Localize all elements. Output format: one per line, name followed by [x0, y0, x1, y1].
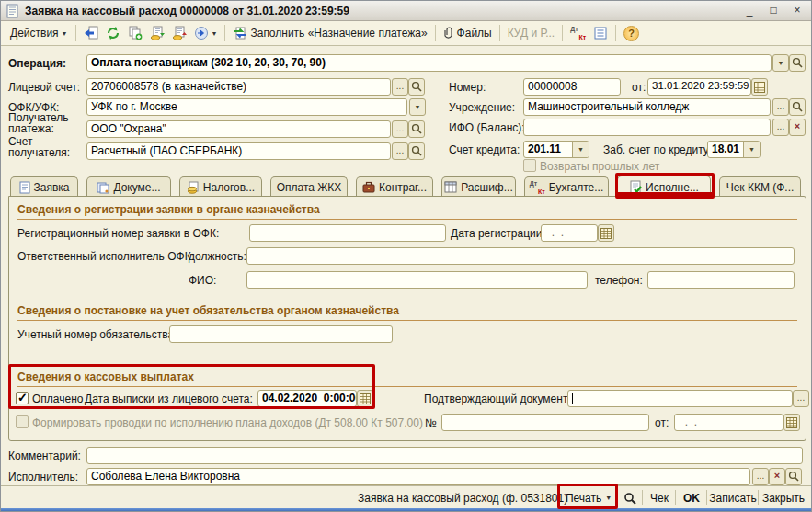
calendar-button[interactable]	[751, 78, 768, 96]
journal-icon	[593, 26, 608, 40]
operation-search-button[interactable]	[789, 54, 806, 72]
footer-separator	[758, 490, 759, 505]
check-button[interactable]: Чек	[646, 489, 673, 506]
number-field[interactable]: 00000008	[523, 78, 621, 96]
executor-field[interactable]: Соболева Елена Викторовна	[86, 468, 750, 485]
tab-kontragent[interactable]: Контраг...	[356, 176, 433, 197]
institution-field[interactable]: Машиностроительный колледж	[523, 98, 771, 116]
toolbar-separator	[499, 25, 500, 41]
ofk-field[interactable]: УФК по г. Москве	[86, 98, 407, 116]
journal-button[interactable]	[589, 24, 612, 42]
payee-label: Получатель платежа:	[8, 112, 84, 134]
ok-button[interactable]: OK	[679, 489, 704, 506]
position-field[interactable]	[246, 247, 795, 265]
search-button[interactable]	[789, 98, 806, 116]
post-document-button[interactable]	[146, 24, 168, 42]
refresh-button[interactable]	[102, 24, 124, 42]
footer-bar: Заявка на кассовый расход (ф. 0531801) П…	[1, 485, 811, 509]
tab-chek-kkm[interactable]: Чек ККМ (Ф...	[719, 176, 801, 197]
tab-oplata-zhkh[interactable]: Оплата ЖКХ	[270, 176, 348, 197]
ellipsis-button[interactable]: ...	[392, 142, 408, 160]
tab-zayavka[interactable]: Заявка	[10, 176, 78, 197]
copy-button[interactable]	[124, 24, 146, 42]
reg-date-field[interactable]: . .	[541, 224, 598, 242]
close-button[interactable]: ×	[789, 4, 806, 18]
credit-account-combo[interactable]: 201.11▼	[523, 141, 589, 158]
document-icon	[6, 4, 19, 18]
payee-account-field[interactable]: Расчетный (ПАО СБЕРБАНК)	[86, 142, 391, 160]
ellipsis-button[interactable]: ...	[772, 98, 789, 116]
ellipsis-button[interactable]: ...	[772, 119, 789, 136]
payee-field[interactable]: ООО "Охрана"	[86, 120, 391, 138]
search-button[interactable]	[408, 78, 425, 96]
paid-checkbox[interactable]	[16, 392, 29, 404]
chevron-down-icon: ▼	[605, 495, 612, 501]
search-button[interactable]	[408, 120, 425, 138]
fill-payment-purpose-button[interactable]: Заполнить «Назначение платежа»	[229, 24, 430, 42]
operation-dropdown-button[interactable]: ▼	[772, 54, 789, 72]
save-button[interactable]: Записать	[710, 489, 756, 506]
tab-dokumenty[interactable]: Докуме...	[86, 176, 171, 197]
tab-nalogi[interactable]: Налогов...	[179, 176, 262, 197]
fio-label: ФИО:	[189, 274, 216, 287]
tab-label: Докуме...	[113, 181, 160, 194]
credit-account-label: Счет кредита:	[449, 143, 520, 156]
footer-separator	[706, 490, 707, 505]
date-field[interactable]: 31.01.2020 23:59:59	[647, 78, 751, 96]
confirming-doc-field[interactable]	[567, 390, 793, 407]
dt-kt-button[interactable]: ДтКт	[566, 24, 589, 42]
chevron-down-icon[interactable]: ▼	[743, 142, 760, 157]
actions-menu-button[interactable]: Действия▼	[6, 25, 72, 41]
ellipsis-button[interactable]: ...	[392, 78, 408, 96]
reg-date-label: Дата регистрации:	[451, 227, 545, 240]
calendar-button[interactable]	[357, 390, 373, 407]
ellipsis-button[interactable]: ...	[752, 468, 769, 485]
doc-number-field[interactable]	[441, 414, 649, 431]
close-form-button[interactable]: Закрыть	[761, 489, 806, 506]
calendar-button[interactable]	[783, 414, 800, 431]
clear-button[interactable]: ×	[789, 119, 806, 136]
files-button[interactable]: Файлы	[440, 24, 496, 42]
reg-number-field[interactable]	[249, 224, 446, 242]
arrow-right-icon	[194, 26, 209, 40]
go-to-button[interactable]: ▼	[190, 24, 222, 42]
unpost-document-button[interactable]	[168, 24, 190, 42]
post-and-close-button[interactable]	[80, 24, 102, 42]
operation-field[interactable]: Оплата поставщикам (302 10, 20, 30, 70, …	[86, 54, 772, 72]
ofk-dropdown-button[interactable]: ▼	[409, 98, 426, 116]
off-balance-combo[interactable]: 18.01▼	[707, 141, 761, 158]
tab-label: Налогов...	[203, 181, 255, 194]
search-button[interactable]	[785, 468, 802, 485]
print-button[interactable]: Печать▼	[564, 489, 613, 506]
maximize-button[interactable]: □	[765, 4, 782, 18]
minimize-button[interactable]: _	[741, 4, 758, 18]
tab-ispolnenie[interactable]: Исполне...	[617, 176, 711, 199]
clear-button[interactable]: ×	[769, 468, 785, 485]
tab-rasshifrovka[interactable]: Расшиф...	[441, 176, 516, 197]
obligation-number-field[interactable]	[169, 325, 393, 343]
tab-bar: Заявка Докуме... Налогов... Оплата ЖКХ К…	[10, 175, 801, 197]
documents-icon	[97, 181, 109, 194]
payments-section-header: Сведения о кассовых выплатах	[17, 370, 797, 387]
document-window: Заявка на кассовый расход 00000008 от 31…	[0, 0, 812, 512]
comment-field[interactable]	[86, 447, 803, 464]
help-button[interactable]: ?	[620, 24, 643, 43]
phone-field[interactable]	[647, 271, 795, 289]
toolbar-separator	[435, 25, 436, 41]
window-bottom-strip	[1, 508, 811, 512]
files-label: Файлы	[457, 27, 492, 40]
search-button[interactable]	[408, 142, 425, 160]
tab-label: Расшиф...	[461, 181, 512, 194]
fio-field[interactable]	[246, 271, 588, 289]
account-field[interactable]: 20706008578 (в казначействе)	[86, 78, 391, 96]
preview-search-button[interactable]	[621, 489, 639, 506]
plan-checkbox	[16, 415, 29, 428]
calendar-button[interactable]	[598, 224, 614, 242]
statement-date-field[interactable]: 04.02.2020 0:00:00	[257, 390, 357, 407]
ifo-field[interactable]	[523, 119, 771, 136]
ellipsis-button[interactable]: ...	[392, 120, 408, 138]
ellipsis-button[interactable]: ...	[793, 390, 809, 407]
doc-date-field[interactable]: . .	[674, 414, 783, 431]
chevron-down-icon[interactable]: ▼	[572, 142, 589, 157]
tab-buhgalteria[interactable]: ДтКтБухгалте...	[524, 176, 609, 197]
